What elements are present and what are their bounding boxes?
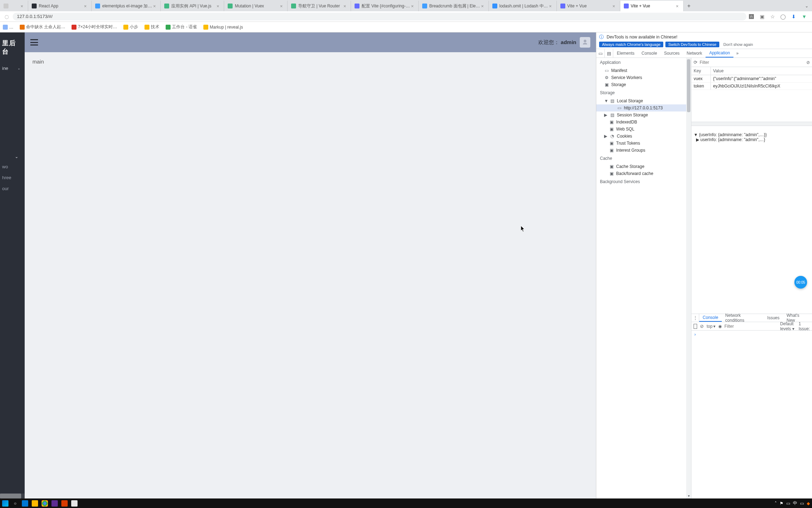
storage-filter-input[interactable] — [700, 60, 804, 65]
app-icon[interactable] — [61, 500, 68, 507]
vscode-icon[interactable] — [22, 500, 28, 507]
browser-tab[interactable]: Breadcrumb 面包屑 | Ele… × — [419, 1, 489, 11]
extension-icon[interactable]: ⬇ — [791, 14, 796, 19]
browser-tab[interactable]: React App × — [28, 1, 92, 11]
visual-studio-icon[interactable] — [51, 500, 58, 507]
tree-item-indexeddb[interactable]: ▣IndexedDB — [596, 119, 691, 126]
browser-tab-active[interactable]: Vite + Vue × — [620, 1, 684, 11]
browser-tab[interactable]: elementplus el-image 加… × — [92, 1, 161, 11]
drawer-tab-issues[interactable]: Issues — [764, 314, 783, 322]
chrome-icon[interactable] — [42, 500, 48, 507]
tree-item-local-storage[interactable]: ▼▤Local Storage — [596, 97, 691, 104]
tree-item-service-workers[interactable]: ⚙Service Workers — [596, 74, 691, 81]
tree-item-manifest[interactable]: ▭Manifest — [596, 67, 691, 74]
close-icon[interactable]: × — [83, 4, 88, 9]
bookmark-item[interactable]: 工作台 - 语雀 — [166, 24, 197, 30]
object-preview[interactable]: ▼ {userInfo: {adminname: "admin",…}} ▶ u… — [691, 126, 812, 149]
banner-button-switch[interactable]: Switch DevTools to Chinese — [665, 42, 719, 47]
devtools-tab-console[interactable]: Console — [638, 49, 660, 58]
tray-icon[interactable]: ◆ — [807, 501, 810, 506]
inspect-element-icon[interactable]: ▭ — [596, 49, 605, 58]
sidebar-toggle-icon[interactable] — [694, 324, 697, 329]
vue-devtools-icon[interactable]: ▼ — [801, 14, 807, 19]
menu-toggle-button[interactable] — [30, 39, 38, 46]
tree-item-interest-groups[interactable]: ▣Interest Groups — [596, 147, 691, 154]
close-icon[interactable]: × — [279, 4, 284, 9]
browser-tab[interactable]: 配置 Vite {#configuring-… × — [351, 1, 419, 11]
eye-icon[interactable]: ◉ — [718, 324, 722, 329]
device-toolbar-icon[interactable]: ▤ — [605, 49, 613, 58]
issues-counter[interactable]: 1 Issue: — [799, 321, 810, 331]
close-icon[interactable]: × — [675, 4, 680, 9]
close-icon[interactable]: × — [19, 4, 24, 9]
clear-icon[interactable]: ⊘ — [806, 60, 810, 65]
close-icon[interactable]: × — [410, 4, 415, 9]
storage-row[interactable]: vuex {"userInfo":{"adminname":"admin" — [691, 75, 812, 83]
col-value[interactable]: Value — [711, 67, 812, 75]
browser-tab[interactable]: Vite + Vue × — [557, 1, 620, 11]
browser-tab[interactable]: 导航守卫 | Vue Router × — [288, 1, 351, 11]
close-icon[interactable]: × — [548, 4, 553, 9]
sidebar-item-three[interactable]: hree — [0, 172, 25, 183]
sidebar-horizontal-scrollbar[interactable] — [0, 494, 25, 498]
bookmark-item[interactable]: Markup | reveal.js — [203, 25, 243, 30]
browser-tab[interactable]: lodash.omit | Lodash 中… × — [489, 1, 557, 11]
recording-timer-badge[interactable]: 00:05 — [794, 276, 807, 289]
browser-tab[interactable]: × — [0, 1, 28, 11]
drawer-tab-whatsnew[interactable]: What's New — [783, 314, 812, 322]
sidebar-item-one[interactable]: ine ⌄ — [0, 62, 25, 74]
ime-indicator[interactable]: 中 — [793, 500, 797, 506]
extension-icon[interactable]: ▣ — [759, 14, 765, 19]
browser-tab[interactable]: Mutation | Vuex × — [224, 1, 288, 11]
start-button[interactable] — [2, 500, 8, 507]
translate-icon[interactable]: 🅰 — [749, 14, 754, 19]
tree-item-session-storage[interactable]: ▶▤Session Storage — [596, 111, 691, 119]
tray-icon[interactable]: ▭ — [786, 501, 790, 506]
bookmark-item[interactable]: … — [3, 25, 13, 30]
console-body[interactable]: › — [691, 331, 812, 498]
close-icon[interactable]: × — [480, 4, 485, 9]
sidebar-item-four[interactable]: our — [0, 183, 25, 194]
tree-item-bf-cache[interactable]: ▣Back/forward cache — [596, 170, 691, 177]
tree-item-local-storage-origin[interactable]: ▭http://127.0.0.1:5173 — [596, 104, 691, 111]
console-filter-input[interactable] — [725, 324, 777, 329]
bookmark-item[interactable]: 小步 — [123, 24, 138, 30]
tray-icon[interactable]: ▭ — [800, 501, 804, 506]
file-explorer-icon[interactable] — [32, 500, 38, 507]
drawer-tab-console[interactable]: Console — [699, 314, 722, 322]
url-input[interactable] — [13, 13, 746, 20]
tree-item-storage[interactable]: ▣Storage — [596, 81, 691, 88]
tray-icon[interactable]: ⚑ — [780, 501, 783, 506]
extension-icon[interactable]: ◯ — [780, 14, 786, 19]
devtools-tab-elements[interactable]: Elements — [613, 49, 638, 58]
sidebar-item-two[interactable]: wo — [0, 161, 25, 172]
context-selector[interactable]: top ▾ — [707, 324, 715, 329]
tree-item-cache-storage[interactable]: ▣Cache Storage — [596, 163, 691, 170]
close-icon[interactable]: × — [342, 4, 347, 9]
bookmark-item[interactable]: 技术 — [144, 24, 159, 30]
storage-row[interactable]: token eyJhbGciOiJIUzI1NiIsInR5cCI6IkpX — [691, 83, 812, 90]
site-info-icon[interactable]: ◌ — [3, 13, 11, 20]
log-levels-selector[interactable]: Default levels ▾ — [780, 321, 796, 331]
refresh-icon[interactable]: ⟳ — [694, 60, 697, 65]
col-key[interactable]: Key — [691, 67, 711, 75]
search-icon[interactable]: ○ — [12, 500, 18, 507]
close-icon[interactable]: × — [611, 4, 616, 9]
app-icon[interactable] — [71, 500, 78, 507]
close-icon[interactable]: × — [152, 4, 157, 9]
bookmark-item[interactable]: 7×24小时全球实时… — [72, 24, 117, 30]
panel-separator[interactable] — [691, 122, 812, 126]
tree-item-cookies[interactable]: ▶◔Cookies — [596, 133, 691, 140]
new-tab-button[interactable]: + — [684, 1, 694, 11]
drawer-menu-icon[interactable]: ⋮ — [691, 314, 699, 322]
panel-scrollbar[interactable]: ▾ — [686, 58, 691, 498]
more-tabs-icon[interactable]: » — [733, 49, 742, 58]
devtools-tab-sources[interactable]: Sources — [660, 49, 683, 58]
bookmark-item[interactable]: 命中缺水 土命人起… — [20, 24, 65, 30]
tree-item-websql[interactable]: ▣Web SQL — [596, 126, 691, 133]
tray-chevron-up-icon[interactable]: ˄ — [775, 501, 777, 506]
tree-item-trust-tokens[interactable]: ▣Trust Tokens — [596, 140, 691, 147]
close-icon[interactable]: × — [215, 4, 220, 9]
banner-button-always[interactable]: Always match Chrome's language — [599, 42, 663, 47]
bookmark-star-icon[interactable]: ☆ — [770, 14, 775, 19]
